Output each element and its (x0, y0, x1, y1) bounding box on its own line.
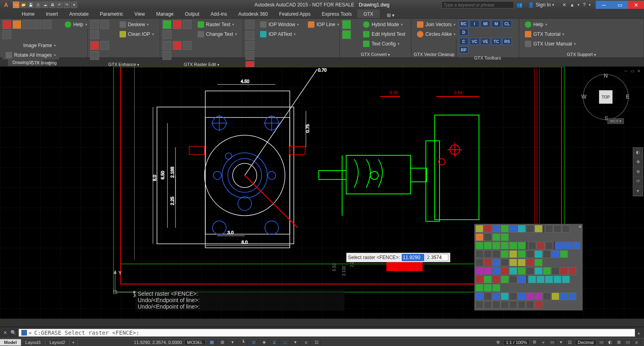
toolbar-tc[interactable]: TC (491, 38, 501, 45)
toolbar-i[interactable]: I (470, 20, 479, 27)
p-icon[interactable] (526, 259, 534, 266)
p-icon[interactable] (484, 259, 492, 266)
tool-icon[interactable] (90, 30, 99, 39)
p-icon[interactable] (562, 276, 570, 283)
p-icon[interactable] (492, 242, 500, 249)
p-icon[interactable] (509, 250, 517, 258)
tool-icon[interactable] (183, 20, 192, 29)
tool-icon[interactable] (100, 41, 109, 50)
menu-icon[interactable]: ▾ (229, 339, 237, 346)
toolbar-ve[interactable]: VE (481, 38, 490, 45)
layout-tab-1[interactable]: Layout1 (21, 339, 45, 346)
tool-icon[interactable] (2, 20, 11, 29)
clean-iop-button[interactable]: Clean IOP▾ (116, 30, 157, 39)
qat-more-icon[interactable]: ▾ (71, 2, 77, 8)
p-icon[interactable] (484, 292, 492, 300)
p-icon[interactable] (564, 242, 572, 249)
p-icon[interactable] (545, 225, 553, 233)
tool-icon[interactable] (2, 30, 11, 39)
p-icon[interactable] (518, 276, 526, 283)
viewcube[interactable]: TOP N S E W WCS ▾ (580, 71, 632, 123)
p-icon[interactable] (509, 225, 517, 233)
p-icon[interactable] (526, 267, 534, 275)
chevron-down-icon[interactable]: ▾ (578, 3, 580, 7)
tool-icon[interactable] (173, 41, 182, 50)
p-icon[interactable] (501, 267, 509, 275)
p-icon[interactable] (526, 225, 534, 233)
toolbar-mi[interactable]: MI (481, 20, 490, 27)
plus-icon[interactable]: + (539, 339, 547, 346)
clean-icon[interactable]: ▭ (624, 339, 632, 346)
tool-icon[interactable] (246, 20, 254, 29)
tool-icon[interactable] (90, 41, 99, 50)
tutorial-button[interactable]: GTX Tutorial▾ (522, 30, 579, 39)
tool-icon[interactable] (342, 30, 351, 39)
p-icon[interactable] (492, 292, 500, 300)
toolbar-m[interactable]: M (491, 20, 501, 27)
p-icon[interactable] (484, 242, 492, 249)
deskew-button[interactable]: Deskew▾ (116, 20, 157, 29)
p-icon[interactable] (492, 250, 500, 258)
layout-add-button[interactable]: + (70, 339, 77, 346)
p-icon[interactable] (535, 292, 543, 300)
nav-orbit-icon[interactable]: ⟳ (633, 177, 643, 186)
new-icon[interactable]: ▭ (13, 2, 19, 8)
units-readout[interactable]: Decimal (575, 339, 597, 346)
p-icon[interactable] (501, 242, 509, 249)
tool-icon[interactable] (163, 51, 171, 60)
edit-hybrid-button[interactable]: Edit Hybrid Text (360, 30, 409, 39)
p-icon[interactable] (475, 267, 483, 275)
maximize-button[interactable]: ▭ (612, 1, 628, 9)
p-icon[interactable] (526, 250, 534, 258)
p-icon[interactable] (572, 242, 580, 249)
p-icon[interactable] (535, 225, 543, 233)
lock-icon[interactable]: ⊡ (566, 339, 574, 346)
model-space-button[interactable]: MODEL (184, 339, 206, 346)
tool-icon[interactable] (43, 20, 52, 29)
p-icon[interactable] (568, 292, 576, 300)
cmd-close-icon[interactable]: ✕ (2, 329, 9, 336)
p-icon[interactable] (475, 242, 483, 249)
tab-addins[interactable]: Add-ins (205, 10, 233, 18)
tab-insert[interactable]: Insert (40, 10, 64, 18)
compass-n[interactable]: N (604, 72, 608, 79)
p-icon[interactable] (509, 242, 517, 249)
viewport-close-icon[interactable]: ✕ (636, 68, 642, 73)
viewcube-top[interactable]: TOP (599, 90, 613, 104)
p-icon[interactable] (492, 259, 500, 266)
lineweight-icon[interactable]: ▾ (292, 339, 300, 346)
toolbar-rc[interactable]: RC (459, 20, 469, 27)
p-icon[interactable] (475, 233, 483, 241)
hybrid-mode-button[interactable]: Hybrid Mode▾ (360, 20, 409, 29)
panel-title[interactable]: GTX Support▾ (522, 51, 641, 58)
p-icon[interactable] (501, 292, 509, 300)
nav-zoom-icon[interactable]: ⊕ (633, 167, 643, 177)
p-icon[interactable] (535, 267, 543, 275)
otrack-icon[interactable]: □ (281, 339, 289, 346)
polar-icon[interactable]: ⊙ (250, 339, 258, 346)
coord-y-input[interactable] (426, 254, 448, 261)
tab-view[interactable]: View (129, 10, 151, 18)
tool-icon[interactable] (246, 31, 254, 40)
p-icon[interactable] (484, 233, 492, 241)
p-icon[interactable] (475, 292, 483, 300)
tool-palette[interactable]: ✕ (474, 224, 583, 311)
drawing-canvas[interactable]: ─ ▭ ✕ (0, 67, 644, 319)
support-help-button[interactable]: Help▾ (522, 20, 579, 29)
tool-icon[interactable] (33, 20, 41, 29)
layout-tab-model[interactable]: Model (0, 339, 21, 346)
p-icon[interactable] (543, 267, 551, 275)
search-icon[interactable]: 👥 (516, 2, 522, 8)
tab-manage[interactable]: Manage (151, 10, 179, 18)
tool-icon[interactable] (23, 20, 31, 29)
p-icon[interactable] (509, 267, 517, 275)
p-icon[interactable] (484, 301, 492, 309)
tool-icon[interactable] (183, 41, 192, 50)
panel-title[interactable]: GTX Convert▾ (342, 51, 409, 58)
p-icon[interactable] (543, 250, 551, 258)
p-icon[interactable] (526, 301, 534, 309)
chevron-down-icon[interactable]: ▾ (589, 3, 591, 7)
text-config-button[interactable]: Text Config▾ (360, 39, 409, 48)
p-icon[interactable] (518, 301, 526, 309)
app-icon[interactable]: A (2, 0, 10, 9)
